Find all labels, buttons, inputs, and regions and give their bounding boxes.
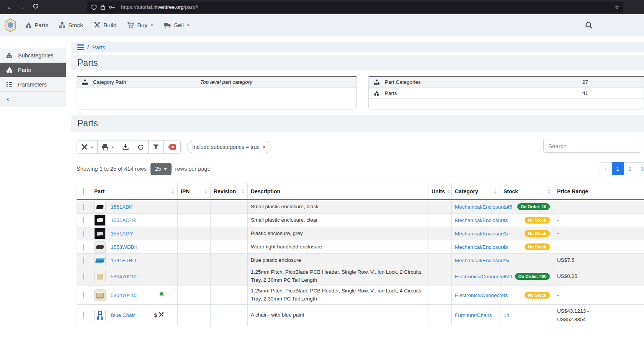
- breadcrumb: / Parts: [71, 42, 644, 52]
- part-link[interactable]: 1553WDBK: [111, 244, 138, 250]
- stock-link[interactable]: 0: [503, 292, 507, 298]
- filter-funnel-icon: [153, 144, 159, 150]
- nav-sell[interactable]: Sell ▾: [163, 22, 189, 29]
- download-button[interactable]: [118, 140, 133, 153]
- category-link[interactable]: Mechanical/Enclosures: [455, 204, 508, 210]
- browser-refresh-icon[interactable]: [29, 3, 42, 11]
- row-checkbox[interactable]: [83, 230, 84, 237]
- breadcrumb-parts-link[interactable]: Parts: [92, 44, 105, 51]
- part-link[interactable]: 530470410: [111, 292, 137, 298]
- select-all-checkbox[interactable]: [83, 188, 84, 195]
- header-description[interactable]: Description: [248, 183, 428, 200]
- pagination-prev[interactable]: ‹: [600, 162, 612, 175]
- category-link[interactable]: Mechanical/Enclosures: [455, 217, 508, 223]
- category-link[interactable]: Electronics/Connectors: [455, 274, 508, 279]
- header-part[interactable]: Part: [91, 183, 178, 200]
- part-link[interactable]: 530470210: [111, 274, 137, 279]
- stock-link[interactable]: 0: [503, 217, 507, 223]
- chevron-down-icon: ▾: [187, 23, 189, 27]
- stock-link[interactable]: 14: [503, 312, 509, 318]
- chevron-down-icon: ▾: [112, 145, 114, 149]
- row-checkbox[interactable]: [83, 312, 84, 318]
- category-link[interactable]: Mechanical/Enclosures: [455, 231, 508, 237]
- row-checkbox[interactable]: [83, 257, 84, 264]
- browser-forward-icon[interactable]: →: [16, 3, 29, 11]
- table-row: 1591BTBU Blue plastic enclosure Mechanic…: [77, 254, 644, 267]
- nav-parts[interactable]: Parts: [25, 22, 48, 29]
- dollar-icon: $: [154, 312, 157, 318]
- stock-status-badge: No Stock: [525, 292, 550, 299]
- ipn-cell: [178, 227, 211, 240]
- parts-table: Part IPN Revision Description Units Cate…: [77, 183, 644, 326]
- category-link[interactable]: Furniture/Chairs: [455, 312, 492, 318]
- header-category[interactable]: Category: [452, 183, 500, 200]
- units-cell: [428, 267, 452, 286]
- page-title: Parts: [71, 56, 644, 70]
- search-icon[interactable]: [585, 21, 593, 31]
- browser-back-icon[interactable]: ←: [3, 3, 16, 11]
- table-search-input[interactable]: [543, 139, 641, 153]
- stock-link[interactable]: 145: [503, 204, 512, 210]
- stock-link[interactable]: 15: [503, 258, 509, 263]
- row-checkbox[interactable]: [83, 244, 84, 250]
- sort-icon: [545, 189, 551, 194]
- header-stock[interactable]: Stock: [500, 183, 554, 200]
- pagination-page-1[interactable]: 1: [612, 162, 624, 175]
- part-description: Small plastic enclosure, clear: [251, 216, 425, 224]
- filter-button[interactable]: [149, 140, 163, 153]
- price-range-value: US$43.1213 -: [557, 307, 641, 315]
- print-button[interactable]: ▾: [98, 140, 118, 153]
- sort-icon: [239, 189, 244, 194]
- sidebar-item-parts[interactable]: Parts: [0, 63, 66, 77]
- stock-icon: [59, 22, 65, 28]
- table-actions-button[interactable]: ▾: [77, 140, 98, 153]
- clear-filters-button[interactable]: [163, 140, 180, 153]
- chip-close-icon[interactable]: ×: [263, 144, 266, 150]
- nav-buy[interactable]: Buy ▾: [127, 22, 153, 29]
- table-row: 530470210 1.25mm Pitch, PicoBlade PCB He…: [77, 267, 644, 286]
- stock-link[interactable]: 0: [503, 244, 507, 250]
- key-icon[interactable]: [109, 5, 115, 10]
- category-link[interactable]: Electronics/Connectors: [455, 292, 508, 298]
- sidebar-item-parameters[interactable]: Parameters: [0, 77, 66, 92]
- part-description: 1.25mm Pitch, PicoBlade PCB Header, Sing…: [251, 287, 425, 303]
- part-link[interactable]: 1551ACLR: [111, 217, 136, 223]
- row-checkbox[interactable]: [83, 273, 84, 280]
- refresh-button[interactable]: [133, 140, 149, 153]
- row-checkbox[interactable]: [83, 217, 84, 224]
- part-link[interactable]: Blue Chair: [111, 312, 135, 318]
- header-ipn[interactable]: IPN: [178, 183, 211, 200]
- lock-icon[interactable]: [100, 4, 105, 10]
- stock-status-badge: No Stock: [525, 243, 550, 250]
- bookmark-star-icon[interactable]: ☆: [615, 4, 619, 11]
- header-price-range[interactable]: Price Range: [554, 183, 644, 200]
- breadcrumb-menu-icon[interactable]: [77, 44, 84, 50]
- header-units[interactable]: Units: [428, 183, 452, 200]
- page-size-dropdown[interactable]: 25▾: [150, 163, 172, 175]
- part-thumbnail: [94, 289, 106, 301]
- sidebar-collapse-button[interactable]: ‹: [0, 92, 66, 106]
- sidebar-item-subcategories[interactable]: Subcategories: [0, 48, 66, 63]
- row-checkbox[interactable]: [83, 292, 84, 299]
- category-link[interactable]: Mechanical/Enclosures: [455, 244, 508, 250]
- nav-stock[interactable]: Stock: [59, 22, 83, 29]
- part-link[interactable]: 1551ABK: [111, 204, 132, 210]
- part-link[interactable]: 1551AGY: [111, 231, 133, 237]
- row-checkbox[interactable]: [83, 204, 84, 210]
- stock-link[interactable]: 0: [503, 231, 507, 237]
- part-description: Water tight handheld enclosure: [251, 243, 425, 251]
- ipn-cell: [178, 267, 211, 286]
- inventree-logo[interactable]: [4, 18, 17, 32]
- nav-build[interactable]: Build: [94, 22, 116, 29]
- part-link[interactable]: 1591BTBU: [111, 258, 136, 263]
- filter-chip-include-subcategories[interactable]: Include subcategories = true ×: [187, 141, 271, 153]
- price-range-value: -: [557, 243, 641, 251]
- header-revision[interactable]: Revision: [211, 183, 248, 200]
- category-link[interactable]: Mechanical/Enclosures: [455, 258, 508, 263]
- stock-link[interactable]: 370: [503, 274, 512, 279]
- pagination-page-3[interactable]: 3: [636, 162, 644, 175]
- shield-icon[interactable]: [91, 4, 97, 10]
- part-description: Blue plastic enclosure: [251, 256, 425, 265]
- url-bar[interactable]: https://tutorial.inventree.org/part/# ☆: [87, 2, 623, 13]
- pagination-page-2[interactable]: 2: [624, 162, 636, 175]
